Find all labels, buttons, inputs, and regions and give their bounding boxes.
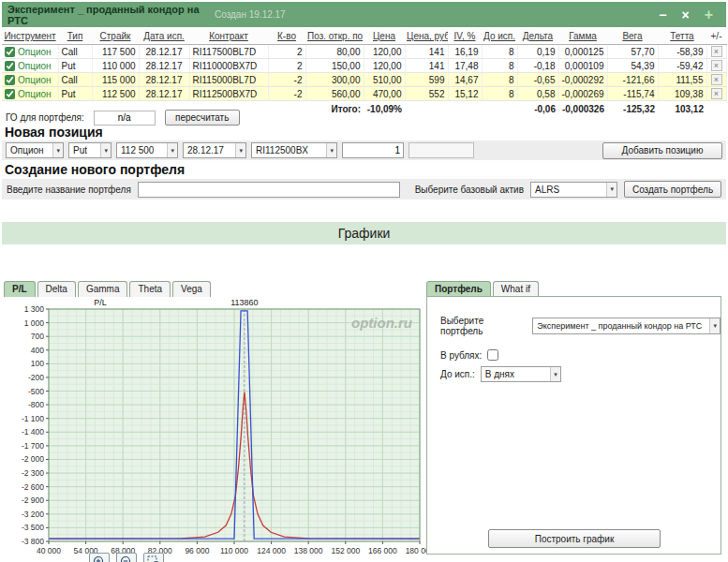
chevron-down-icon: ▾ — [550, 367, 560, 381]
cell-gamma: -0,000269 — [558, 87, 607, 101]
tab-vega[interactable]: Vega — [172, 281, 211, 297]
chevron-down-icon: ▾ — [167, 143, 177, 157]
cell-delta: 0,58 — [517, 87, 558, 101]
svg-text:138 000: 138 000 — [294, 546, 323, 555]
add-position-button[interactable]: Добавить позицию — [602, 142, 722, 159]
cell-price-rub: 141 — [405, 45, 448, 59]
cell-days: 8 — [482, 59, 517, 73]
cell-type: Call — [58, 73, 92, 87]
cell-theta: -58,39 — [658, 45, 706, 59]
col-header-gamma[interactable]: Гамма — [558, 29, 607, 45]
col-header-days[interactable]: До исп. — [482, 29, 517, 45]
cell-theta: 109,38 — [658, 87, 706, 101]
col-header-iv[interactable]: IV, % — [448, 29, 482, 45]
totals-label: Итого: — [305, 101, 364, 116]
svg-text:-800: -800 — [28, 400, 44, 409]
svg-text:100: 100 — [31, 359, 44, 368]
position-checkbox[interactable] — [5, 61, 15, 71]
recalculate-button[interactable]: пересчитать — [165, 110, 240, 126]
delete-position-icon[interactable]: × — [711, 60, 722, 71]
days-to-expiry-label: До исп.: — [440, 369, 475, 379]
portfolio-name-input[interactable] — [138, 182, 400, 198]
tab-gamma[interactable]: Gamma — [78, 281, 128, 297]
create-portfolio-button[interactable]: Создать портфель — [624, 181, 721, 198]
tab-what-if[interactable]: What if — [493, 281, 539, 297]
svg-text:113860: 113860 — [230, 298, 258, 307]
cell-contract: RI110000BX7D — [189, 59, 268, 73]
cell-price: 510,00 — [364, 73, 405, 87]
cell-open: 80,00 — [305, 45, 364, 59]
cell-instrument: Опцион — [2, 87, 58, 101]
chevron-down-icon: ▾ — [606, 183, 617, 197]
cell-delete: × — [706, 87, 726, 101]
cell-qty: -2 — [268, 87, 305, 101]
chevron-down-icon: ▾ — [52, 143, 63, 157]
col-header-open[interactable]: Поз. откр. по — [305, 29, 364, 45]
col-header-type[interactable]: Тип — [58, 29, 92, 45]
col-header-price[interactable]: Цена — [364, 29, 405, 45]
position-checkbox[interactable] — [5, 47, 15, 57]
minimize-icon[interactable]: − — [659, 8, 666, 22]
col-header-expiry[interactable]: Дата исп. — [139, 29, 189, 45]
tab-theta[interactable]: Theta — [129, 281, 171, 297]
portfolio-name-label: Введите название портфеля — [7, 185, 131, 195]
cell-contract: RI112500BX7D — [189, 87, 268, 101]
chevron-down-icon: ▾ — [100, 143, 111, 157]
col-header-qty[interactable]: К-во — [268, 29, 305, 45]
delete-position-icon[interactable]: × — [711, 88, 722, 99]
contract-select[interactable]: RI112500BX ▾ — [251, 142, 337, 158]
type-select[interactable]: Put ▾ — [68, 142, 111, 158]
close-icon[interactable]: × — [681, 8, 689, 22]
totals-open-pct: -10,09% — [364, 101, 405, 116]
quantity-input[interactable] — [342, 142, 404, 158]
cell-price-rub: 141 — [405, 59, 448, 73]
strike-select[interactable]: 112 500 ▾ — [116, 142, 178, 158]
cell-gamma: 0,000109 — [558, 59, 607, 73]
tab-delta[interactable]: Delta — [37, 281, 76, 297]
svg-text:40 000: 40 000 — [37, 546, 61, 555]
col-header-vega[interactable]: Вега — [607, 29, 658, 45]
cell-iv: 15,12 — [448, 87, 482, 101]
col-header-delta[interactable]: Дельта — [517, 29, 558, 45]
tab-pl[interactable]: P/L — [4, 281, 36, 297]
price-readonly-field — [409, 142, 474, 158]
base-asset-select[interactable]: ALRS ▾ — [530, 182, 617, 198]
new-portfolio-row: Введите название портфеля Выберите базов… — [2, 179, 726, 200]
cell-strike: 112 500 — [92, 87, 139, 101]
cell-strike: 115 000 — [92, 73, 139, 87]
add-icon[interactable]: + — [705, 8, 713, 22]
cell-contract: RI117500BL7D — [189, 45, 268, 59]
svg-text:400: 400 — [31, 346, 44, 355]
build-chart-button[interactable]: Построить график — [488, 529, 661, 548]
days-mode-select[interactable]: В днях ▾ — [481, 366, 561, 382]
cell-price-rub: 552 — [405, 87, 448, 101]
col-header-strike[interactable]: Страйк — [92, 29, 139, 45]
table-row: Опцион Put 112 500 28.12.17 RI112500BX7D… — [2, 87, 726, 101]
chevron-down-icon: ▾ — [235, 143, 245, 157]
svg-text:152 000: 152 000 — [331, 546, 360, 555]
new-position-row: Опцион ▾ Put ▾ 112 500 ▾ 28.12.17 ▾ RI11… — [2, 140, 726, 160]
svg-text:-200: -200 — [28, 373, 44, 382]
portfolio-title: Эксперимент _ проданный кондор на РТС — [2, 4, 203, 26]
position-checkbox[interactable] — [5, 89, 15, 99]
portfolio-select[interactable]: Эксперимент _ проданный кондор на РТС ▾ — [532, 318, 721, 334]
delete-position-icon[interactable]: × — [711, 46, 722, 57]
cell-open: 300,00 — [305, 73, 364, 87]
zoom-in-button[interactable] — [89, 553, 110, 562]
delete-position-icon[interactable]: × — [711, 74, 722, 85]
new-position-heading: Новая позиция — [5, 125, 103, 140]
zoom-out-button[interactable] — [116, 553, 137, 562]
col-header-theta[interactable]: Тетта — [658, 29, 706, 45]
col-header-instrument[interactable]: Инструмент — [2, 29, 58, 45]
position-checkbox[interactable] — [5, 75, 15, 85]
expiry-select[interactable]: 28.12.17 ▾ — [183, 142, 246, 158]
svg-text:option.ru: option.ru — [351, 315, 412, 331]
tab-portfolio[interactable]: Портфель — [426, 281, 491, 297]
col-header-contract[interactable]: Контракт — [189, 29, 268, 45]
instrument-select[interactable]: Опцион ▾ — [6, 142, 64, 158]
in-rubles-checkbox[interactable] — [487, 349, 498, 361]
margin-row: ГО для портфеля: пересчитать — [6, 110, 240, 126]
col-header-price-rub[interactable]: Цена, руб. — [405, 29, 448, 45]
zoom-selection-button[interactable] — [143, 553, 164, 562]
margin-value-field[interactable] — [94, 111, 156, 126]
